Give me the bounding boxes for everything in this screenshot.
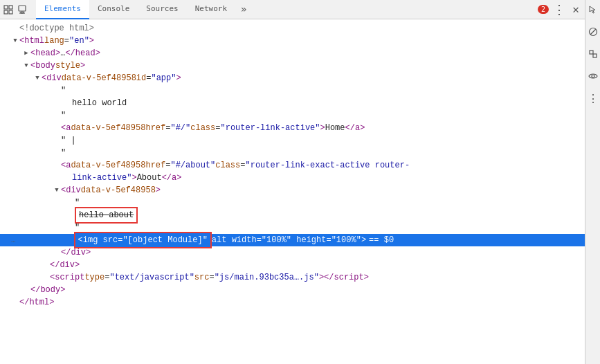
svg-rect-1 xyxy=(4,10,8,14)
svg-rect-2 xyxy=(9,6,12,9)
dom-line: </html> xyxy=(0,296,585,309)
dom-line[interactable]: <div data-v-5ef48958 id="app" > xyxy=(0,72,585,84)
triangle-icon[interactable] xyxy=(22,60,30,72)
dom-line[interactable]: <div data-v-5ef48958 > xyxy=(0,184,585,197)
svg-line-8 xyxy=(590,29,596,35)
device-icon[interactable] xyxy=(17,4,28,15)
dom-line[interactable]: <a data-v-5ef48958 href="#/" class="rout… xyxy=(0,122,585,134)
dom-line: hello world xyxy=(0,97,585,109)
dom-line: hello about xyxy=(0,209,585,221)
tab-bar: Elements Console Sources Network » 2 ⋮ ✕ xyxy=(0,0,585,19)
dom-line: </div> xyxy=(0,246,585,259)
eye-icon[interactable] xyxy=(586,69,600,83)
devtools-panel: Elements Console Sources Network » 2 ⋮ ✕ xyxy=(0,0,585,364)
tab-network[interactable]: Network xyxy=(187,0,235,19)
prohibit-icon[interactable] xyxy=(586,25,600,39)
dom-line[interactable]: <script type="text/javascript" src="js/m… xyxy=(0,271,585,284)
inspect-icon[interactable] xyxy=(3,4,14,15)
svg-point-11 xyxy=(592,75,594,78)
svg-rect-4 xyxy=(19,6,26,11)
dom-line: link-active">About</a> xyxy=(0,172,585,184)
layers-icon[interactable] xyxy=(586,47,600,61)
more-tabs-icon: » xyxy=(241,3,246,15)
tab-bar-left xyxy=(3,4,30,15)
selected-dom-line[interactable]: … <img src="[object Module]" alt width="… xyxy=(0,234,585,246)
cursor-tool-icon[interactable] xyxy=(586,3,600,17)
triangle-icon[interactable] xyxy=(22,47,30,60)
dom-line[interactable]: <head>…</head> xyxy=(0,47,585,60)
more-options-icon[interactable]: ⋮ xyxy=(553,3,565,16)
svg-rect-9 xyxy=(590,51,593,54)
svg-rect-0 xyxy=(4,6,8,9)
highlight-box: hello about xyxy=(75,207,138,224)
dom-line[interactable]: <a data-v-5ef48958 href="#/about" class=… xyxy=(0,159,585,172)
dom-line: <!doctype html> xyxy=(0,22,585,35)
tab-bar-right: 2 ⋮ ✕ xyxy=(538,3,582,16)
dom-line: " xyxy=(0,109,585,122)
tab-console[interactable]: Console xyxy=(89,0,138,19)
triangle-icon[interactable] xyxy=(11,35,19,47)
dom-line: </body> xyxy=(0,284,585,296)
svg-rect-3 xyxy=(9,10,12,14)
tabs: Elements Console Sources Network » xyxy=(36,0,253,19)
more-sidebar-icon[interactable]: ⋮ xyxy=(586,91,600,105)
dom-line[interactable]: <body style > xyxy=(0,60,585,72)
svg-rect-10 xyxy=(593,54,597,57)
tab-elements[interactable]: Elements xyxy=(36,0,89,19)
dom-line[interactable]: <html lang="en" > xyxy=(0,35,585,47)
dom-line: </div> xyxy=(0,259,585,271)
dom-line: " xyxy=(0,84,585,97)
triangle-icon[interactable] xyxy=(53,184,61,197)
dom-content[interactable]: <!doctype html> <html lang="en" > <head>… xyxy=(0,19,585,364)
tab-sources[interactable]: Sources xyxy=(138,0,186,19)
right-sidebar: ⋮ xyxy=(585,0,600,364)
tab-more[interactable]: » xyxy=(235,0,252,19)
error-badge: 2 xyxy=(538,5,549,14)
close-devtools-icon[interactable]: ✕ xyxy=(570,3,582,16)
dom-line: " | xyxy=(0,134,585,147)
selected-img-highlight: <img src="[object Module]" xyxy=(74,232,212,248)
triangle-icon[interactable] xyxy=(33,72,42,84)
dom-line: " xyxy=(0,147,585,159)
